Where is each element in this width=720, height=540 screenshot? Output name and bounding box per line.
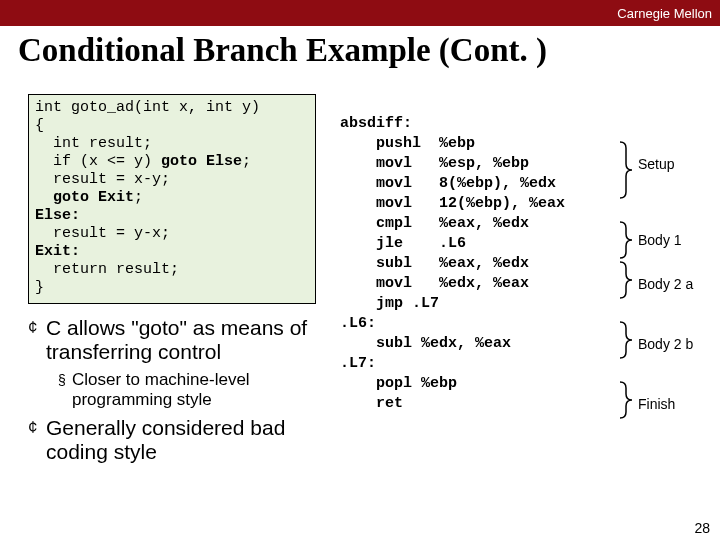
- slide: Carnegie Mellon Conditional Branch Examp…: [0, 0, 720, 540]
- asm-section-label: Finish: [638, 396, 675, 412]
- asm-section-label: Setup: [638, 156, 675, 172]
- bullet-text: C allows "goto" as means of transferring…: [46, 316, 328, 364]
- brace-icon: [618, 142, 634, 198]
- bullet-item: ¢Generally considered bad coding style: [28, 416, 328, 464]
- bullet-item: §Closer to machine-level programming sty…: [58, 370, 328, 410]
- bullet-mark-o: ¢: [28, 416, 46, 440]
- assembly-listing: absdiff: pushl %ebp movl %esp, %ebp movl…: [340, 114, 565, 414]
- slide-title: Conditional Branch Example (Cont. ): [18, 32, 710, 68]
- bullet-text: Generally considered bad coding style: [46, 416, 328, 464]
- asm-section-label: Body 2 a: [638, 276, 693, 292]
- brace-icon: [618, 262, 634, 298]
- bullet-text: Closer to machine-level programming styl…: [72, 370, 328, 410]
- brace-icon: [618, 322, 634, 358]
- bullet-item: ¢C allows "goto" as means of transferrin…: [28, 316, 328, 364]
- bullet-list: ¢C allows "goto" as means of transferrin…: [28, 316, 328, 470]
- brace-icon: [618, 382, 634, 418]
- c-code-box: int goto_ad(int x, int y) { int result; …: [28, 94, 316, 304]
- page-number: 28: [694, 520, 710, 536]
- bullet-mark-o: ¢: [28, 316, 46, 340]
- header-stripe: Carnegie Mellon: [0, 0, 720, 26]
- org-label: Carnegie Mellon: [617, 6, 712, 21]
- bullet-mark-square: §: [58, 370, 72, 390]
- asm-section-label: Body 1: [638, 232, 682, 248]
- asm-section-label: Body 2 b: [638, 336, 693, 352]
- brace-icon: [618, 222, 634, 258]
